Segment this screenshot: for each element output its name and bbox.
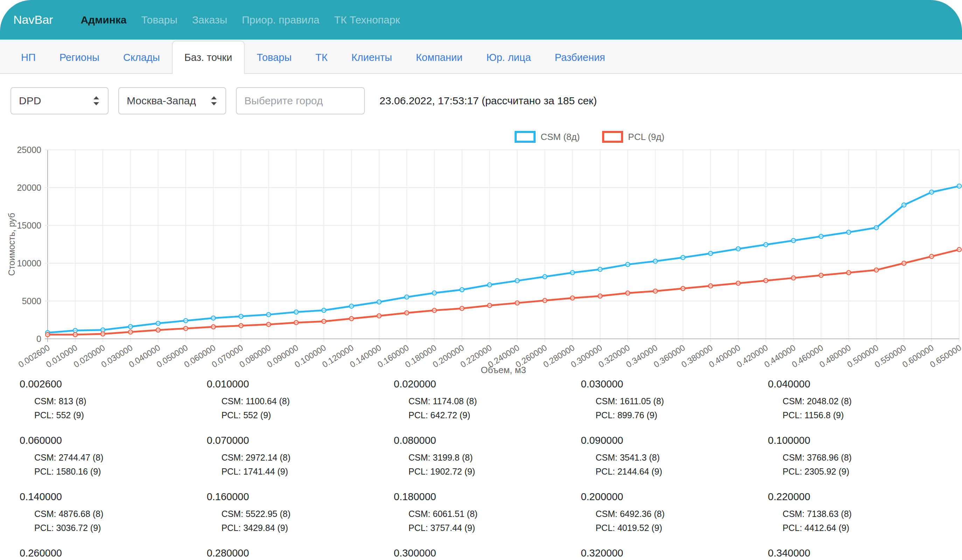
volume-cell: 0.200000 CSM: 6492.36 (8) PCL: 4019.52 (…: [581, 491, 764, 535]
y-tick-label: 5000: [22, 296, 41, 306]
csm-value: CSM: 5522.95 (8): [207, 507, 390, 521]
pcl-point: [184, 326, 188, 331]
x-tick-label: 0.460000: [790, 343, 825, 369]
nav-item-tovary[interactable]: Товары: [134, 14, 185, 26]
calc-status-text: 23.06.2022, 17:53:17 (рассчитано за 185 …: [379, 95, 597, 107]
legend-item-csm[interactable]: CSM (8д): [515, 131, 580, 143]
y-axis-title: Стоимость, руб: [6, 213, 16, 276]
x-tick-label: 0.280000: [542, 343, 576, 369]
tab-np[interactable]: НП: [9, 42, 48, 73]
legend-item-pcl[interactable]: PCL (9д): [602, 131, 665, 143]
tab-kompanii[interactable]: Компании: [404, 42, 475, 73]
csm-point: [626, 263, 630, 267]
tab-razbieniya[interactable]: Разбиения: [543, 42, 617, 73]
nav-item-prior-pravila[interactable]: Приор. правила: [234, 14, 327, 26]
x-tick-label: 0.650000: [928, 343, 962, 369]
x-tick-label: 0.140000: [348, 343, 383, 369]
pcl-point: [433, 308, 437, 313]
x-tick-label: 0.010000: [44, 343, 79, 369]
chart-legend: CSM (8д) PCL (9д): [0, 129, 962, 145]
volume-cell: 0.090000 CSM: 3541.3 (8) PCL: 2144.64 (9…: [581, 435, 764, 478]
volume-value: 0.100000: [768, 435, 951, 446]
volume-value: 0.160000: [207, 491, 390, 503]
pcl-point: [736, 281, 741, 285]
csm-point: [902, 203, 906, 207]
csm-value: CSM: 6492.36 (8): [581, 507, 764, 521]
x-tick-label: 0.020000: [72, 343, 107, 369]
navbar-brand[interactable]: NavBar: [13, 13, 53, 27]
pcl-point: [598, 294, 602, 298]
pcl-value: PCL: 3429.84 (9): [207, 521, 390, 535]
chart-canvas[interactable]: 0.0026000.0100000.0200000.0300000.040000…: [0, 145, 962, 376]
x-tick-label: 0.002600: [16, 343, 51, 369]
volume-cell: 0.070000 CSM: 2972.14 (8) PCL: 1741.44 (…: [207, 435, 390, 478]
csm-point: [377, 300, 381, 304]
nav-item-tk-tehnopark[interactable]: ТК Технопарк: [327, 14, 407, 26]
csm-point: [349, 304, 353, 308]
pcl-point: [349, 316, 353, 321]
region-select-value: Москва-Запад: [127, 95, 196, 107]
csm-point: [764, 242, 768, 247]
csm-point: [874, 225, 878, 229]
x-tick-label: 0.440000: [762, 343, 797, 369]
volume-cell: 0.260000 CSM: 8215.75 (8) PCL: 5067.84 (…: [19, 547, 203, 560]
volume-value: 0.220000: [768, 491, 951, 503]
tab-tk[interactable]: ТК: [303, 42, 340, 73]
tab-yur-litsa[interactable]: Юр. лица: [475, 42, 542, 73]
volume-value: 0.090000: [581, 435, 764, 446]
volume-cell: 0.020000 CSM: 1174.08 (8) PCL: 642.72 (9…: [394, 378, 577, 422]
region-select[interactable]: Москва-Запад: [118, 87, 226, 115]
csm-value: CSM: 1174.08 (8): [394, 394, 577, 408]
csm-point: [266, 313, 271, 317]
tab-sklady[interactable]: Склады: [111, 42, 172, 73]
tab-tovary[interactable]: Товары: [245, 42, 303, 73]
pcl-point: [239, 323, 243, 328]
navbar: NavBar Админка Товары Заказы Приор. прав…: [0, 0, 962, 40]
data-grid: 0.002600 CSM: 813 (8) PCL: 552 (9) 0.010…: [0, 376, 962, 560]
csm-point: [239, 314, 243, 318]
csm-point: [405, 295, 409, 299]
pcl-value: PCL: 4019.52 (9): [581, 521, 764, 535]
tab-baz-tochki[interactable]: Баз. точки: [172, 40, 245, 74]
x-tick-label: 0.550000: [873, 343, 908, 369]
csm-point: [294, 310, 298, 314]
volume-cell: 0.140000 CSM: 4876.68 (8) PCL: 3036.72 (…: [19, 491, 203, 535]
volume-cell: 0.320000 CSM: 9831.43 (8) PCL: 6050.64 (…: [581, 547, 764, 560]
nav-item-adminka[interactable]: Админка: [73, 14, 134, 26]
nav-item-zakazy[interactable]: Заказы: [185, 14, 234, 26]
carrier-select[interactable]: DPD: [11, 87, 108, 115]
pcl-point: [129, 330, 133, 334]
tab-klienty[interactable]: Клиенты: [340, 42, 404, 73]
pcl-point: [487, 303, 492, 308]
filter-row: DPD Москва-Запад 23.06.2022, 17:53:17 (р…: [0, 74, 962, 120]
pcl-value: PCL: 899.76 (9): [581, 408, 764, 422]
csm-value: CSM: 3768.96 (8): [768, 450, 951, 465]
city-input[interactable]: [236, 87, 365, 115]
pcl-value: PCL: 1580.16 (9): [19, 465, 203, 478]
volume-cell: 0.340000 CSM: 10262.28 (8) PCL: 6312.72 …: [768, 547, 951, 560]
pcl-value: PCL: 552 (9): [207, 408, 390, 422]
csm-value: CSM: 4876.68 (8): [19, 507, 203, 521]
csm-point: [791, 238, 796, 242]
app-window: NavBar Админка Товары Заказы Приор. прав…: [0, 0, 962, 560]
csm-point: [156, 321, 160, 326]
pcl-legend-label: PCL (9д): [628, 132, 665, 142]
csm-point: [322, 308, 326, 313]
x-tick-label: 0.060000: [182, 343, 217, 369]
volume-value: 0.300000: [394, 547, 577, 559]
pcl-point: [322, 319, 326, 323]
volume-value: 0.200000: [581, 491, 764, 503]
pcl-point: [957, 247, 961, 252]
volume-value: 0.002600: [19, 378, 203, 390]
x-tick-label: 0.030000: [99, 343, 134, 369]
pcl-point: [294, 321, 298, 325]
volume-cell: 0.160000 CSM: 5522.95 (8) PCL: 3429.84 (…: [207, 491, 390, 535]
tab-regiony[interactable]: Регионы: [48, 42, 111, 73]
csm-point: [542, 275, 547, 279]
x-tick-label: 0.400000: [707, 343, 742, 369]
csm-value: CSM: 1611.05 (8): [581, 394, 764, 408]
x-tick-label: 0.120000: [320, 343, 355, 369]
volume-value: 0.260000: [19, 547, 203, 559]
x-tick-label: 0.160000: [376, 343, 410, 369]
volume-value: 0.030000: [581, 378, 764, 390]
